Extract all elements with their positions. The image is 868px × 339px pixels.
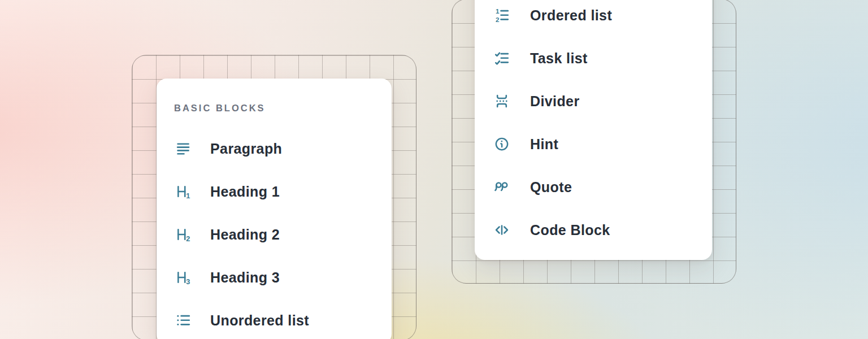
heading-2-icon: 2 [175,227,191,242]
svg-text:2: 2 [186,234,190,242]
menu-item[interactable]: 12 Ordered list [475,0,712,37]
menu-item-label: Quote [530,179,572,195]
code-block-icon [494,222,510,238]
svg-text:1: 1 [496,7,500,15]
menu-item-label: Code Block [530,222,610,238]
menu-item[interactable]: 1 Heading 1 [157,170,392,213]
more-blocks-item-list: 12 Ordered list Task list Divider Hint [475,0,712,251]
basic-blocks-menu: BASIC BLOCKS Paragraph 1 Heading 1 2 Hea… [157,79,392,339]
menu-item[interactable]: Unordered list [157,299,392,339]
menu-item[interactable]: Paragraph [157,127,392,170]
menu-item-label: Task list [530,50,588,67]
paragraph-icon [175,141,191,157]
menu-item[interactable]: Divider [475,80,712,123]
menu-item[interactable]: 2 Heading 2 [157,213,392,256]
svg-text:1: 1 [186,192,190,199]
menu-item[interactable]: 3 Heading 3 [157,256,392,299]
menu-item[interactable]: Task list [475,37,712,80]
menu-item-label: Ordered list [530,7,612,24]
unordered-list-icon [175,312,191,328]
menu-item-label: Divider [530,93,580,110]
menu-item[interactable]: Quote [475,166,712,208]
menu-item-label: Unordered list [210,312,309,329]
editor-blocks-illustration: BASIC BLOCKS Paragraph 1 Heading 1 2 Hea… [0,0,868,339]
menu-item-label: Heading 1 [210,184,280,200]
quote-icon [494,179,510,195]
hint-icon [494,136,510,152]
svg-text:2: 2 [496,16,500,23]
menu-item-label: Heading 3 [210,270,280,286]
section-label-basic-blocks: BASIC BLOCKS [157,101,392,115]
heading-3-icon: 3 [175,270,191,285]
heading-1-icon: 1 [175,184,191,199]
divider-icon [494,93,510,109]
basic-blocks-item-list: Paragraph 1 Heading 1 2 Heading 2 3 Head… [157,127,392,339]
task-list-icon [494,50,510,66]
more-blocks-menu: 12 Ordered list Task list Divider Hint [475,0,712,260]
menu-item-label: Hint [530,136,558,153]
menu-item[interactable]: Code Block [475,208,712,251]
svg-text:3: 3 [186,277,190,285]
ordered-list-icon: 12 [494,7,510,23]
menu-item-label: Paragraph [210,141,282,157]
menu-item-label: Heading 2 [210,227,280,243]
menu-item[interactable]: Hint [475,123,712,166]
